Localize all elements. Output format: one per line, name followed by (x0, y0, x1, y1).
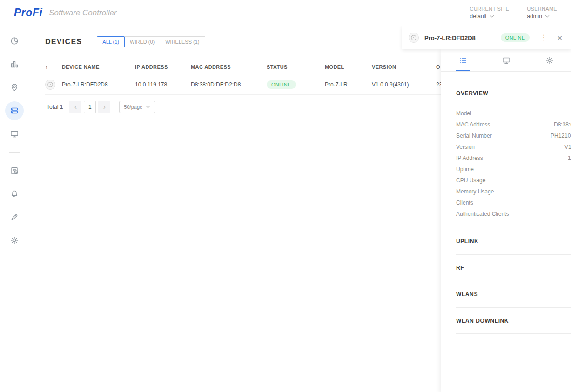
drawer-device-title: Pro-7-LR:DFD2D8 (424, 34, 476, 41)
username-dropdown[interactable]: USERNAME admin (527, 6, 557, 20)
cell-version: V1.0.0.9(4301) (372, 81, 436, 88)
field-memory-usage: Memory Usage (456, 186, 571, 197)
logo-subtitle: Software Controller (49, 8, 117, 18)
field-label: CPU Usage (456, 177, 485, 184)
field-version: Version V1.0.0.9(4301) (456, 141, 571, 153)
cell-mac-address: D8:38:0D:DF:D2:D8 (191, 81, 267, 88)
col-device-name[interactable]: DEVICE NAME (62, 64, 135, 70)
map-icon (5, 78, 24, 97)
sidebar-item-clients[interactable] (3, 122, 26, 146)
sidebar-item-devices[interactable] (3, 99, 26, 122)
drawer-content: OVERVIEW Model Pro-7-LR MAC Address D8:3… (441, 90, 571, 334)
field-cpu-usage: CPU Usage (456, 175, 571, 186)
page-size-value: 50/page (124, 104, 142, 110)
device-avatar-cell (45, 80, 62, 90)
devices-icon (5, 101, 24, 120)
gear-icon (5, 231, 24, 250)
chevron-down-icon (545, 15, 550, 18)
chevron-left-icon: ‹ (74, 103, 77, 111)
device-filter-tabs: ALL (1) WIRED (0) WIRELESS (1) (97, 36, 205, 47)
prev-page-button[interactable]: ‹ (69, 101, 81, 113)
section-wlans[interactable]: WLANS (456, 281, 571, 307)
username-value: admin (527, 13, 542, 20)
sidebar-divider (9, 152, 20, 153)
sort-asc-icon[interactable]: ↑ (45, 64, 62, 70)
drawer-status-badge: ONLINE (501, 33, 530, 42)
field-label: Clients (456, 199, 473, 206)
field-serial-number: Serial Number PH12101 (456, 130, 571, 141)
next-page-button[interactable]: › (98, 101, 110, 113)
field-ip-address: IP Address 10.0.119.178 (456, 153, 571, 164)
field-label: Uptime (456, 166, 474, 173)
col-status[interactable]: STATUS (267, 64, 325, 70)
sidebar-item-map[interactable] (3, 76, 26, 99)
sidebar-item-settings[interactable] (3, 229, 26, 252)
logo: ProFi (14, 7, 42, 19)
field-value: V1.0.0.9(4301) (564, 141, 571, 153)
field-value: 10.0.119.178 (568, 153, 571, 164)
access-point-icon (45, 80, 55, 90)
field-model: Model Pro-7-LR (456, 108, 571, 119)
device-drawer-header: Pro-7-LR:DFD2D8 ONLINE ⋮ ✕ (402, 26, 571, 49)
clients-icon (5, 125, 24, 143)
page-size-select[interactable]: 50/page (119, 101, 155, 113)
drawer-tab-details[interactable] (441, 49, 484, 71)
field-value: D8:38:0D:DF:D2:D8 (554, 119, 571, 130)
username-label: USERNAME (527, 6, 557, 12)
col-model[interactable]: MODEL (325, 64, 372, 70)
tab-wired[interactable]: WIRED (0) (124, 36, 160, 47)
access-point-icon (409, 33, 419, 43)
tab-all[interactable]: ALL (1) (97, 36, 125, 47)
sidebar-item-statistics[interactable] (3, 53, 26, 76)
current-site-label: CURRENT SITE (470, 6, 510, 12)
chevron-down-icon (490, 15, 494, 18)
overview-fields: Model Pro-7-LR MAC Address D8:38:0D:DF:D… (456, 108, 571, 219)
close-icon[interactable]: ✕ (557, 34, 563, 41)
topbar: ProFi Software Controller CURRENT SITE d… (0, 0, 571, 26)
topbar-right: CURRENT SITE default USERNAME admin (470, 6, 557, 20)
tab-wireless[interactable]: WIRELESS (1) (160, 36, 205, 47)
field-label: IP Address (456, 155, 483, 161)
col-version[interactable]: VERSION (372, 64, 436, 70)
chevron-down-icon (146, 106, 150, 108)
insight-icon (5, 161, 24, 180)
chevron-right-icon: › (103, 103, 106, 111)
field-label: Serial Number (456, 133, 492, 139)
cell-status: ONLINE (267, 80, 325, 89)
section-uplink[interactable]: UPLINK (456, 228, 571, 254)
pencil-icon (5, 208, 24, 226)
col-ip-address[interactable]: IP ADDRESS (135, 64, 191, 70)
current-site-dropdown[interactable]: CURRENT SITE default (470, 6, 510, 20)
field-label: MAC Address (456, 121, 490, 128)
page-title: DEVICES (45, 38, 82, 46)
section-rf[interactable]: RF (456, 254, 571, 281)
more-options-icon[interactable]: ⋮ (540, 34, 547, 41)
drawer-tab-monitor[interactable] (484, 49, 528, 71)
field-clients: Clients (456, 197, 571, 208)
sidebar-item-insight[interactable] (3, 159, 26, 182)
field-label: Version (456, 144, 475, 150)
cell-device-name[interactable]: Pro-7-LR:DFD2D8 (62, 81, 135, 88)
details-list-icon (458, 56, 468, 65)
gear-icon (545, 56, 554, 65)
section-wlan-downlink[interactable]: WLAN DOWNLINK (456, 307, 571, 334)
sidebar (0, 26, 29, 392)
monitor-icon (502, 56, 511, 65)
drawer-tabs (441, 49, 571, 72)
field-uptime: Uptime (456, 164, 571, 175)
sidebar-item-logs[interactable] (3, 206, 26, 229)
sidebar-item-alerts[interactable] (3, 182, 26, 206)
drawer-tab-config[interactable] (528, 49, 571, 71)
pagination-total: Total 1 (47, 104, 63, 110)
col-mac-address[interactable]: MAC ADDRESS (191, 64, 267, 70)
status-badge: ONLINE (267, 80, 296, 89)
field-authenticated-clients: Authenticated Clients (456, 208, 571, 219)
device-drawer: OVERVIEW Model Pro-7-LR MAC Address D8:3… (441, 49, 571, 392)
sidebar-item-dashboard[interactable] (3, 29, 26, 53)
field-label: Memory Usage (456, 188, 494, 195)
field-label: Authenticated Clients (456, 211, 509, 217)
field-label: Model (456, 110, 471, 117)
cell-model: Pro-7-LR (325, 81, 372, 88)
page-number[interactable]: 1 (84, 101, 96, 113)
current-site-value: default (470, 13, 487, 20)
